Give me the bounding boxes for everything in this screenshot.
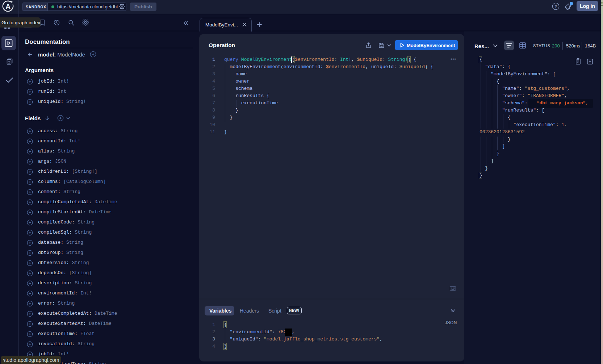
svg-text:A: A	[5, 3, 11, 11]
svg-text:?: ?	[554, 4, 557, 9]
